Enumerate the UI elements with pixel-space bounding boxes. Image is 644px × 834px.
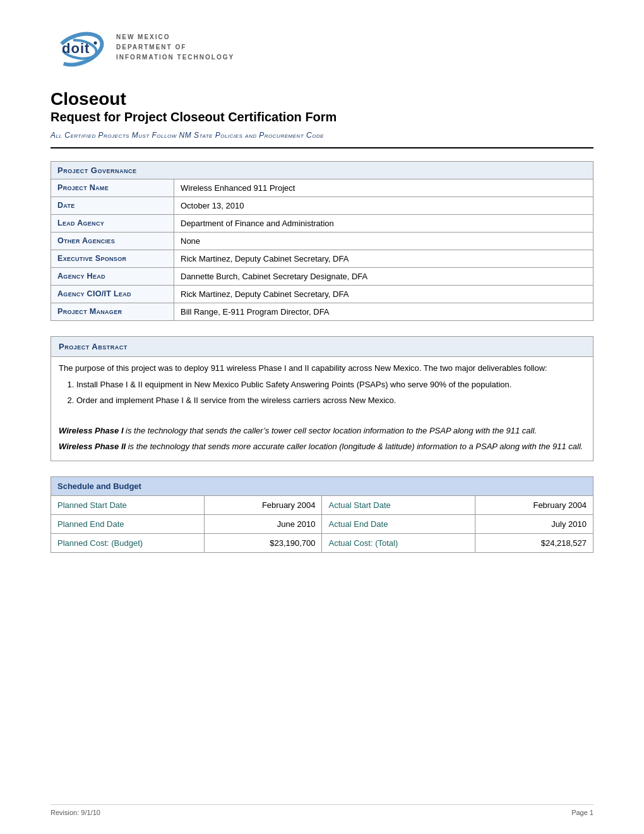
- abstract-list: Install Phase I & II equipment in New Me…: [76, 378, 585, 408]
- phase2-text: is the technology that sends more accura…: [126, 442, 583, 451]
- actual-start-label: Actual Start Date: [322, 496, 475, 515]
- field-value-cio-lead: Rick Martinez, Deputy Cabinet Secretary,…: [174, 285, 593, 303]
- planned-start-value: February 2004: [204, 496, 322, 515]
- field-label-lead-agency: Lead Agency: [51, 214, 174, 232]
- actual-cost-value: $24,218,527: [475, 534, 593, 553]
- table-row: Date October 13, 2010: [51, 196, 593, 214]
- field-value-project-name: Wireless Enhanced 911 Project: [174, 179, 593, 196]
- header: doit NEW MEXICO DEPARTMENT OF INFORMATIO…: [51, 25, 593, 70]
- footer: Revision: 9/1/10 Page 1: [51, 804, 593, 816]
- abstract-header: Project Abstract: [51, 336, 593, 356]
- field-value-project-manager: Bill Range, E-911 Program Director, DFA: [174, 303, 593, 320]
- field-value-date: October 13, 2010: [174, 196, 593, 214]
- title-divider: [51, 147, 593, 148]
- field-label-date: Date: [51, 196, 174, 214]
- actual-cost-label: Actual Cost: (Total): [322, 534, 475, 553]
- schedule-budget-table: Schedule and Budget Planned Start Date F…: [51, 476, 593, 553]
- phase1-label: Wireless Phase I: [59, 426, 124, 435]
- field-label-agency-head: Agency Head: [51, 267, 174, 285]
- table-row: Project Name Wireless Enhanced 911 Proje…: [51, 179, 593, 196]
- field-value-other-agencies: None: [174, 232, 593, 250]
- phase1-para: Wireless Phase I is the technology that …: [59, 425, 585, 438]
- footer-revision: Revision: 9/1/10: [51, 809, 100, 816]
- page: doit NEW MEXICO DEPARTMENT OF INFORMATIO…: [0, 0, 644, 834]
- field-value-lead-agency: Department of Finance and Administration: [174, 214, 593, 232]
- phase1-text: is the technology that sends the caller’…: [124, 426, 537, 435]
- footer-page: Page 1: [571, 809, 593, 816]
- field-label-other-agencies: Other Agencies: [51, 232, 174, 250]
- planned-cost-label: Planned Cost: (Budget): [51, 534, 205, 553]
- field-label-cio-lead: Agency CIO/IT Lead: [51, 285, 174, 303]
- planned-end-label: Planned End Date: [51, 515, 205, 534]
- abstract-intro: The purpose of this project was to deplo…: [59, 362, 585, 375]
- project-governance-table: Project Governance Project Name Wireless…: [51, 161, 593, 321]
- actual-start-value: February 2004: [475, 496, 593, 515]
- planned-end-value: June 2010: [204, 515, 322, 534]
- title-section: Closeout Request for Project Closeout Ce…: [51, 88, 593, 140]
- field-label-project-manager: Project Manager: [51, 303, 174, 320]
- logo-text: NEW MEXICO DEPARTMENT OF INFORMATION TEC…: [116, 32, 234, 63]
- doit-logo-icon: doit: [51, 25, 107, 70]
- org-line3: INFORMATION TECHNOLOGY: [116, 52, 234, 63]
- title-main: Closeout: [51, 88, 593, 110]
- field-value-exec-sponsor: Rick Martinez, Deputy Cabinet Secretary,…: [174, 250, 593, 267]
- logo-area: doit NEW MEXICO DEPARTMENT OF INFORMATIO…: [51, 25, 234, 70]
- table-row: Agency Head Dannette Burch, Cabinet Secr…: [51, 267, 593, 285]
- actual-end-value: July 2010: [475, 515, 593, 534]
- field-label-project-name: Project Name: [51, 179, 174, 196]
- table-row: Other Agencies None: [51, 232, 593, 250]
- title-sub: Request for Project Closeout Certificati…: [51, 110, 593, 124]
- planned-cost-value: $23,190,700: [204, 534, 322, 553]
- org-line2: DEPARTMENT OF: [116, 42, 234, 52]
- org-line1: NEW MEXICO: [116, 32, 234, 42]
- table-row: Agency CIO/IT Lead Rick Martinez, Deputy…: [51, 285, 593, 303]
- abstract-content: The purpose of this project was to deplo…: [59, 362, 585, 454]
- phase2-label: Wireless Phase II: [59, 442, 126, 451]
- phase2-para: Wireless Phase II is the technology that…: [59, 440, 585, 454]
- field-value-agency-head: Dannette Burch, Cabinet Secretary Design…: [174, 267, 593, 285]
- project-abstract-table: Project Abstract The purpose of this pro…: [51, 336, 593, 462]
- svg-point-3: [94, 42, 97, 45]
- table-row: Planned Cost: (Budget) $23,190,700 Actua…: [51, 534, 593, 553]
- governance-header: Project Governance: [51, 161, 593, 179]
- abstract-body: The purpose of this project was to deplo…: [51, 356, 593, 461]
- table-row: Planned Start Date February 2004 Actual …: [51, 496, 593, 515]
- table-row: Planned End Date June 2010 Actual End Da…: [51, 515, 593, 534]
- planned-start-label: Planned Start Date: [51, 496, 205, 515]
- table-row: Lead Agency Department of Finance and Ad…: [51, 214, 593, 232]
- list-item: Install Phase I & II equipment in New Me…: [76, 378, 585, 392]
- field-label-exec-sponsor: Executive Sponsor: [51, 250, 174, 267]
- table-row: Project Manager Bill Range, E-911 Progra…: [51, 303, 593, 320]
- svg-text:doit: doit: [62, 40, 90, 56]
- budget-header: Schedule and Budget: [51, 477, 593, 496]
- table-row: Executive Sponsor Rick Martinez, Deputy …: [51, 250, 593, 267]
- subtitle-notice: All Certified Projects Must Follow NM St…: [51, 131, 593, 140]
- list-item: Order and implement Phase I & II service…: [76, 394, 585, 408]
- actual-end-label: Actual End Date: [322, 515, 475, 534]
